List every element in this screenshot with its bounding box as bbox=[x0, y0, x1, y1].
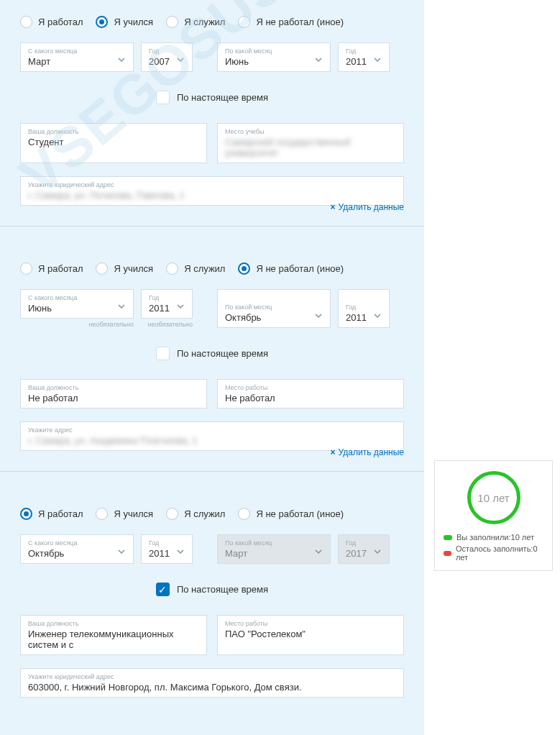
delete-label: Удалить данные bbox=[339, 447, 404, 457]
present-checkbox[interactable]: ✓ bbox=[156, 583, 170, 596]
field-value: 2011 bbox=[149, 303, 170, 314]
radio-studied[interactable]: Я учился bbox=[96, 508, 153, 520]
date-row: С какого месяцаИюньнеобязательноГод2011н… bbox=[20, 289, 404, 328]
position-field[interactable]: Ваша должностьНе работал bbox=[20, 379, 207, 408]
field-label: С какого месяца bbox=[28, 47, 78, 55]
field-value: Июнь bbox=[28, 303, 78, 314]
field-value: Инженер телекоммуникационных систем и с bbox=[28, 629, 199, 650]
field-label: Год bbox=[149, 539, 170, 547]
chevron-down-icon bbox=[176, 302, 185, 311]
radio-label: Я учился bbox=[114, 508, 153, 519]
select-field[interactable]: По какой месяцОктябрь bbox=[217, 289, 331, 328]
place-field[interactable]: Место работыНе работал bbox=[217, 379, 404, 408]
radio-row: Я работалЯ училсяЯ служилЯ не работал (и… bbox=[20, 16, 404, 28]
radio-studied[interactable]: Я учился bbox=[96, 16, 153, 28]
delete-button[interactable]: ×Удалить данные bbox=[331, 447, 404, 457]
field-value: 2017 bbox=[346, 548, 367, 559]
radio-icon bbox=[96, 16, 108, 28]
select-field[interactable]: С какого месяцаИюнь bbox=[20, 289, 134, 319]
radio-icon bbox=[96, 262, 108, 275]
radio-served[interactable]: Я служил bbox=[166, 16, 225, 28]
field-label: С какого месяца bbox=[28, 539, 78, 547]
radio-label: Я служил bbox=[184, 17, 225, 27]
select-field[interactable]: Год2011 bbox=[338, 42, 390, 72]
close-icon: × bbox=[331, 447, 336, 457]
radio-label: Я учился bbox=[114, 17, 153, 27]
text-field[interactable]: Укажите адресг. Самара, ул. Академика Пл… bbox=[20, 421, 404, 451]
form-container: Я работалЯ училсяЯ служилЯ не работал (и… bbox=[0, 0, 424, 735]
add-button[interactable]: +Добавить данные bbox=[20, 731, 136, 735]
field-value: Студент bbox=[28, 137, 199, 147]
radio-icon bbox=[166, 508, 178, 520]
radio-served[interactable]: Я служил bbox=[166, 508, 225, 520]
radio-worked[interactable]: Я работал bbox=[20, 508, 83, 520]
text-field[interactable]: Укажите юридический адрес603000, г. Нижн… bbox=[20, 668, 404, 698]
radio-label: Я не работал (иное) bbox=[256, 508, 344, 519]
field-label: Год bbox=[346, 47, 367, 55]
select-field[interactable]: Год2011 bbox=[141, 289, 193, 319]
field-label: Ваша должность bbox=[28, 128, 199, 135]
delete-button[interactable]: ×Удалить данные bbox=[331, 202, 404, 212]
select-field[interactable]: По какой месяцИюнь bbox=[217, 42, 331, 72]
present-checkbox[interactable] bbox=[156, 347, 170, 360]
place-field[interactable]: Место учебыСамарский государственный уни… bbox=[217, 123, 404, 163]
progress-ring: 10 лет bbox=[467, 471, 520, 524]
radio-studied[interactable]: Я учился bbox=[96, 262, 153, 275]
radio-label: Я учился bbox=[114, 263, 153, 274]
chevron-down-icon bbox=[176, 55, 185, 64]
employment-section: ×Удалить данныеЯ работалЯ училсяЯ служил… bbox=[0, 226, 424, 471]
progress-panel: 10 лет Вы заполнили:10 лет Осталось запо… bbox=[434, 460, 553, 571]
radio-none[interactable]: Я не работал (иное) bbox=[238, 16, 344, 28]
close-icon: × bbox=[331, 202, 336, 212]
two-col-row: Ваша должностьИнженер телекоммуникационн… bbox=[20, 615, 404, 655]
field-label: Место учебы bbox=[225, 128, 396, 135]
radio-worked[interactable]: Я работал bbox=[20, 16, 83, 28]
select-field[interactable]: Год2011 bbox=[338, 289, 390, 328]
date-row: С какого месяцаОктябрьГод2011По какой ме… bbox=[20, 534, 404, 564]
radio-row: Я работалЯ училсяЯ служилЯ не работал (и… bbox=[20, 508, 404, 520]
select-field[interactable]: С какого месяцаОктябрь bbox=[20, 534, 134, 564]
dot-red-icon bbox=[444, 551, 451, 556]
place-field[interactable]: Место работыПАО "Ростелеком" bbox=[217, 615, 404, 655]
select-field[interactable]: С какого месяцаМарт bbox=[20, 42, 134, 72]
field-label: Год bbox=[149, 47, 170, 55]
radio-label: Я служил bbox=[184, 508, 225, 519]
date-row: С какого месяцаМартГод2007По какой месяц… bbox=[20, 42, 404, 72]
radio-icon bbox=[96, 508, 108, 520]
position-field[interactable]: Ваша должностьИнженер телекоммуникационн… bbox=[20, 615, 207, 655]
present-label: По настоящее время bbox=[177, 584, 268, 595]
radio-none[interactable]: Я не работал (иное) bbox=[238, 262, 344, 275]
optional-hint: необязательно bbox=[141, 321, 193, 328]
field-label: Укажите юридический адрес bbox=[28, 673, 396, 680]
present-checkbox[interactable] bbox=[156, 91, 170, 104]
field-label: Год bbox=[346, 539, 367, 547]
field-value: ПАО "Ростелеком" bbox=[225, 629, 396, 639]
select-field[interactable]: Год2011 bbox=[141, 534, 193, 564]
chevron-down-icon bbox=[314, 547, 323, 556]
radio-icon bbox=[20, 262, 32, 275]
text-field[interactable]: Укажите юридический адресг. Самара, ул. … bbox=[20, 176, 404, 206]
select-field[interactable]: По какой месяцМарт bbox=[217, 534, 331, 564]
field-value: Не работал bbox=[28, 393, 199, 403]
radio-none[interactable]: Я не работал (иное) bbox=[238, 508, 344, 520]
field-value: Самарский государственный университет bbox=[225, 137, 396, 158]
radio-icon bbox=[20, 508, 32, 520]
radio-icon bbox=[166, 262, 178, 275]
radio-served[interactable]: Я служил bbox=[166, 262, 225, 275]
field-value: Март bbox=[225, 548, 272, 559]
chevron-down-icon bbox=[117, 55, 126, 64]
field-value: Не работал bbox=[225, 393, 396, 403]
field-label: Год bbox=[149, 294, 170, 301]
radio-label: Я работал bbox=[38, 263, 83, 274]
radio-worked[interactable]: Я работал bbox=[20, 262, 83, 275]
select-field[interactable]: Год2017 bbox=[338, 534, 390, 564]
position-field[interactable]: Ваша должностьСтудент bbox=[20, 123, 207, 163]
present-row: ✓По настоящее время bbox=[20, 583, 404, 596]
legend-remaining: Осталось заполнить:0 лет bbox=[444, 544, 543, 562]
field-label: Место работы bbox=[225, 384, 396, 391]
delete-label: Удалить данные bbox=[339, 202, 404, 212]
chevron-down-icon bbox=[314, 55, 323, 64]
chevron-down-icon bbox=[373, 311, 382, 320]
select-field[interactable]: Год2007 bbox=[141, 42, 193, 72]
field-label: Укажите юридический адрес bbox=[28, 181, 396, 188]
